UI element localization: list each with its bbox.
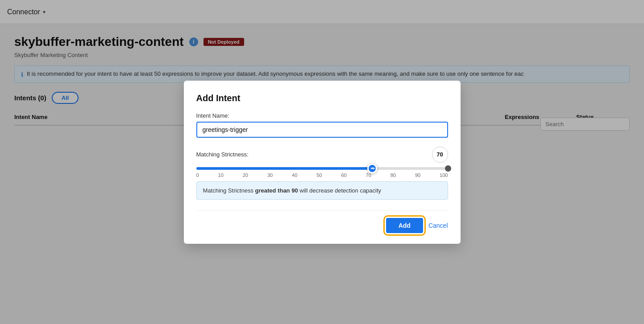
- slider-track: ◄►: [196, 167, 448, 170]
- tick-80: 80: [391, 172, 396, 178]
- warning-bold: greated than 90: [255, 187, 298, 194]
- add-button[interactable]: Add: [386, 218, 423, 233]
- tick-40: 40: [292, 172, 297, 178]
- tick-10: 10: [218, 172, 224, 178]
- strictness-label: Matching Strictness:: [196, 151, 249, 158]
- modal-footer: Add Cancel: [196, 210, 448, 233]
- strictness-slider-container[interactable]: ◄► 0 10 20 30 40 50 60 70 80 90 100: [196, 167, 448, 178]
- tick-0: 0: [196, 172, 199, 178]
- modal-title: Add Intent: [196, 93, 448, 103]
- tick-60: 60: [341, 172, 346, 178]
- strictness-warning: Matching Strictness greated than 90 will…: [196, 181, 448, 200]
- slider-thumb-primary[interactable]: ◄►: [367, 164, 377, 173]
- slider-ticks: 0 10 20 30 40 50 60 70 80 90 100: [196, 172, 448, 178]
- thumb-arrows-icon: ◄►: [370, 166, 375, 170]
- tick-100: 100: [440, 172, 448, 178]
- cancel-button[interactable]: Cancel: [428, 222, 448, 229]
- tick-30: 30: [267, 172, 273, 178]
- warning-prefix: Matching Strictness: [203, 187, 255, 194]
- strictness-value: 70: [432, 147, 448, 163]
- tick-90: 90: [415, 172, 420, 178]
- tick-50: 50: [316, 172, 322, 178]
- tick-20: 20: [243, 172, 248, 178]
- intent-name-label: Intent Name:: [196, 112, 448, 119]
- strictness-row: Matching Strictness: 70: [196, 147, 448, 163]
- intent-name-input[interactable]: [196, 122, 448, 138]
- modal-overlay: Add Intent Intent Name: Matching Strictn…: [0, 0, 644, 324]
- slider-thumb-secondary[interactable]: [445, 165, 451, 172]
- warning-suffix: will decrease detection capacity: [298, 187, 381, 194]
- tick-70: 70: [366, 172, 371, 178]
- slider-fill: [196, 167, 373, 170]
- add-intent-modal: Add Intent Intent Name: Matching Strictn…: [184, 81, 461, 244]
